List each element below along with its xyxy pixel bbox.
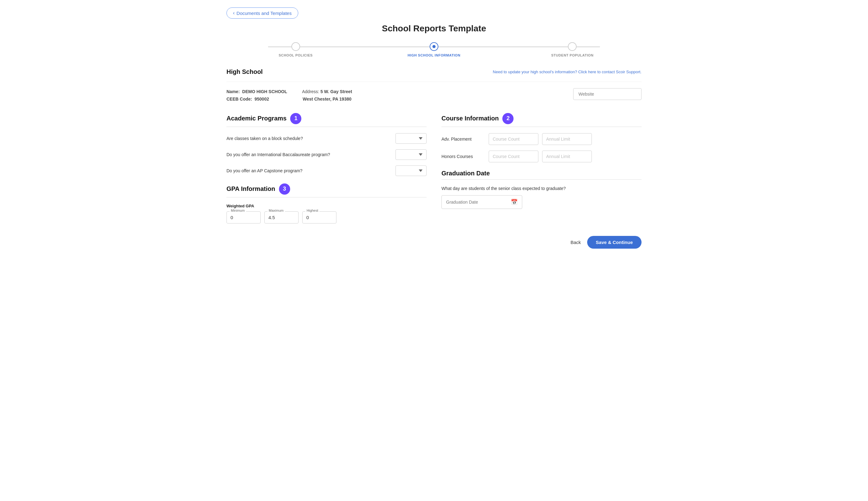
ceeb-code: CEEB Code: 950002 [227,96,287,103]
gpa-highest-wrap: Highest [302,211,336,224]
question-1-text: Are classes taken on a block schedule? [227,136,396,141]
step-student-population[interactable]: Student Population [503,42,641,57]
gpa-header: GPA Information 3 [227,183,427,195]
adv-placement-label: Adv. Placement [441,137,485,141]
academic-programs-section: Academic Programs 1 Are classes taken on… [227,113,427,224]
gpa-highest-input[interactable] [302,211,336,224]
gpa-inputs-row: Minimum Maximum Highest [227,211,427,224]
academic-programs-divider [227,127,427,127]
graduation-date-section: Graduation Date What day are students of… [441,170,641,209]
stepper: School Policies High School Information … [227,42,641,57]
gpa-highest-label: Highest [305,209,320,212]
address-line1: 5 W. Gay Street [320,89,352,94]
honors-courses-label: Honors Courses [441,154,485,159]
graduation-question-text: What day are students of the senior clas… [441,186,641,191]
gpa-divider [227,197,427,198]
calendar-icon[interactable]: 📅 [511,199,517,205]
question-row-2: Do you offer an International Baccalaure… [227,149,427,160]
main-content: Academic Programs 1 Are classes taken on… [227,113,641,224]
step-circle-2 [430,42,438,51]
name-label: Name: [227,89,240,94]
step-label-2: High School Information [408,53,460,57]
school-address: Address: 5 W. Gay Street West Chester, P… [302,88,352,103]
high-school-header: High School Need to update your high sch… [227,68,641,75]
academic-programs-title: Academic Programs [227,115,286,122]
graduation-date-divider [441,179,641,180]
right-column: Course Information 2 Adv. Placement Hono… [441,113,641,224]
gpa-max-label: Maximum [268,209,285,212]
school-name-ceeb: Name: DEMO HIGH SCHOOL CEEB Code: 950002 [227,88,287,103]
honors-courses-limit-input[interactable] [542,151,592,162]
adv-placement-count-input[interactable] [489,133,538,145]
save-continue-button[interactable]: Save & Continue [587,236,641,249]
course-info-header: Course Information 2 [441,113,641,124]
step-label-3: Student Population [551,53,593,57]
step-label-1: School Policies [279,53,313,57]
website-input[interactable] [573,88,641,100]
graduation-date-title: Graduation Date [441,170,490,177]
school-name: Name: DEMO HIGH SCHOOL [227,88,287,96]
course-info-title: Course Information [441,115,499,122]
ceeb-label: CEEB Code: [227,97,252,102]
graduation-date-header: Graduation Date [441,170,641,177]
ceeb-value: 950002 [254,97,269,102]
gpa-max-wrap: Maximum [264,211,299,224]
honors-courses-row: Honors Courses [441,151,641,162]
question-row-3: Do you offer an AP Capstone program? Yes… [227,166,427,176]
gpa-min-label: Minimum [230,209,246,212]
academic-programs-badge: 1 [290,113,301,124]
course-info-divider [441,127,641,127]
course-information-section: Course Information 2 Adv. Placement Hono… [441,113,641,162]
back-button-label: Documents and Templates [237,11,291,16]
weighted-gpa-label: Weighted GPA [227,204,427,208]
block-schedule-select[interactable]: Yes No [396,133,427,144]
high-school-title: High School [227,68,263,75]
honors-courses-count-input[interactable] [489,151,538,162]
name-value: DEMO HIGH SCHOOL [242,89,287,94]
address-label: Address: [302,89,320,94]
footer-actions: Back Save & Continue [227,236,641,249]
step-circle-1 [291,42,300,51]
gpa-title: GPA Information [227,185,275,192]
academic-programs-header: Academic Programs 1 [227,113,427,124]
question-2-text: Do you offer an International Baccalaure… [227,152,396,157]
school-info-row: Name: DEMO HIGH SCHOOL CEEB Code: 950002… [227,88,641,106]
course-info-badge: 2 [502,113,513,124]
ib-program-select[interactable]: Yes No [396,149,427,160]
adv-placement-row: Adv. Placement [441,133,641,145]
graduation-date-input-wrap[interactable]: 📅 [441,195,522,209]
graduation-date-input[interactable] [446,200,508,204]
ap-capstone-select[interactable]: Yes No [396,166,427,176]
back-button[interactable]: Back [571,239,581,245]
question-3-text: Do you offer an AP Capstone program? [227,168,396,173]
high-school-divider [227,82,641,82]
gpa-min-input[interactable] [227,211,261,224]
gpa-badge: 3 [279,183,290,195]
adv-placement-limit-input[interactable] [542,133,592,145]
step-circle-3 [568,42,577,51]
address-line2: West Chester, PA 19380 [303,97,351,102]
chevron-left-icon: ‹ [233,10,234,16]
support-link[interactable]: Need to update your high school's inform… [493,70,641,74]
gpa-max-input[interactable] [264,211,299,224]
gpa-information-section: GPA Information 3 Weighted GPA Minimum M… [227,183,427,224]
gpa-min-wrap: Minimum [227,211,261,224]
website-wrap [573,88,641,100]
step-school-policies[interactable]: School Policies [227,42,365,57]
step-high-school-info[interactable]: High School Information [365,42,503,57]
back-to-documents-button[interactable]: ‹ Documents and Templates [227,8,298,19]
question-row-1: Are classes taken on a block schedule? Y… [227,133,427,144]
page-title: School Reports Template [227,24,641,33]
